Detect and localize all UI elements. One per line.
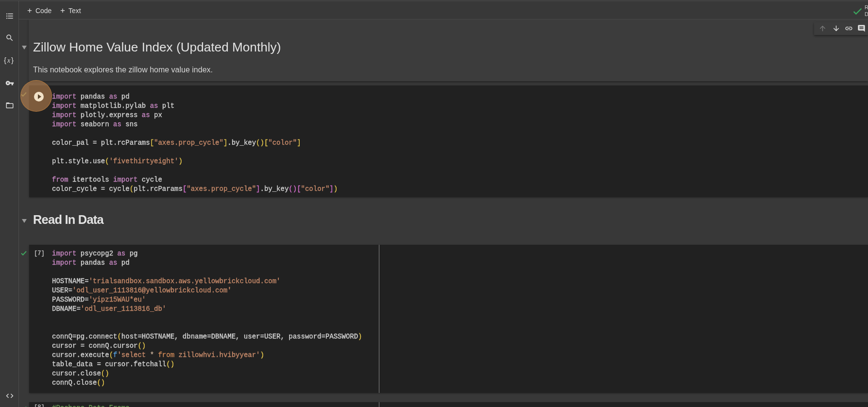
svg-text:x: x	[7, 57, 11, 64]
svg-text:}: }	[11, 56, 14, 64]
svg-text:{: {	[4, 56, 6, 64]
